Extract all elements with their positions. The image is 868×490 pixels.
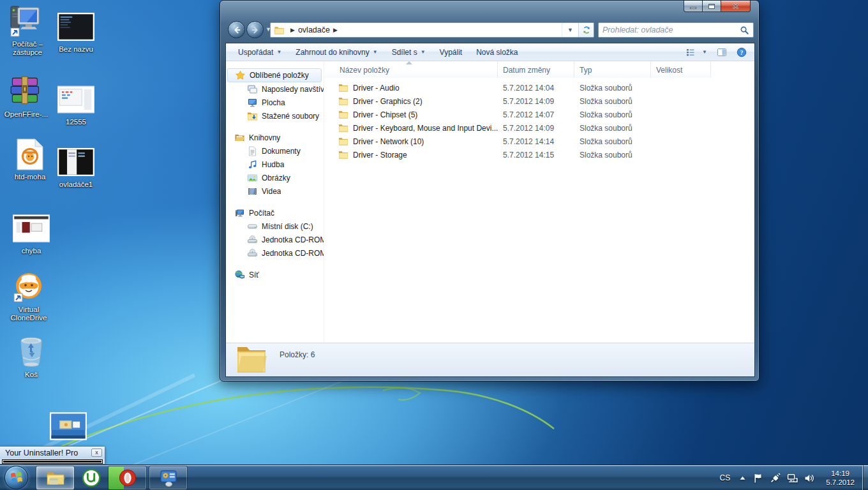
file-row-2[interactable]: Driver - Graphics (2)5.7.2012 14:09Složk… [324,94,754,108]
file-name: Driver - Audio [353,84,400,93]
help-button[interactable]: ? [735,45,748,60]
network-tray-icon[interactable] [787,473,798,484]
action-center-flag-icon[interactable] [752,473,763,484]
sidebar-group-2[interactable]: Knihovny [226,131,324,144]
volume-icon[interactable] [804,473,815,484]
sidebar-group-3[interactable]: Počítač [226,206,324,219]
notification-progress-bar [2,459,103,464]
desktop-icon-7[interactable]: chyba [9,212,54,255]
minimize-button[interactable] [684,1,703,12]
taskbar-button-windows-explorer[interactable] [36,466,75,490]
column-header-2[interactable]: Datum změny [498,62,574,78]
sidebar-item-3-2[interactable]: Jednotka CD-ROM ( [226,233,324,246]
breadcrumb-arrow-icon: ▶ [290,27,295,33]
taskbar-clock[interactable]: 14:19 5.7.2012 [818,469,862,487]
dropdown-caret-icon: ▼ [373,49,378,55]
sidebar-item-3-1[interactable]: Místní disk (C:) [226,219,324,233]
file-row-6[interactable]: Driver - Storage5.7.2012 14:15Složka sou… [324,148,754,161]
safely-remove-icon[interactable] [770,473,781,484]
notification-close-button[interactable]: x [91,449,102,457]
toolbar-item-3[interactable]: Sdílet s▼ [385,45,433,59]
sidebar-item-2-3[interactable]: Obrázky [226,171,324,184]
file-row-3[interactable]: Driver - Chipset (5)5.7.2012 14:07Složka… [324,108,754,121]
downloads-folder-icon [247,111,258,121]
desktop-icon-8[interactable]: Virtual CloneDrive [6,271,51,322]
search-input[interactable] [602,26,740,34]
preview-pane-button[interactable] [715,45,728,60]
sidebar-group-1[interactable]: Oblíbené položky [227,68,322,82]
desktop-icon-3[interactable]: OpenFFire-... [4,75,49,119]
sidebar-item-2-4[interactable]: Videa [226,184,324,198]
file-row-5[interactable]: Driver - Network (10)5.7.2012 14:14Složk… [324,135,754,148]
views-icon [685,47,696,57]
desktop-icon-4[interactable]: 12555 [54,83,98,126]
column-header-4[interactable]: Velikost [651,62,711,78]
maximize-button[interactable] [703,1,721,12]
document-logo-icon [11,138,49,171]
desktop-icon-label: 12555 [66,118,86,126]
address-bar[interactable]: ▶ ovladače ▶ ▼ [270,22,594,38]
sidebar-item-1-1[interactable]: Naposledy navštívené [226,82,324,96]
sidebar-group-label: Oblíbené položky [250,71,309,80]
toolbar-item-label: Vypálit [440,48,463,57]
hidden-icons-icon[interactable] [739,475,746,482]
file-type: Složka souborů [574,124,651,133]
star-icon [235,70,246,80]
desktop-icon-2[interactable]: Bez nazvu [54,10,98,54]
window-client-area: Uspořádat▼Zahrnout do knihovny▼Sdílet s▼… [225,43,755,377]
sidebar-item-label: Dokumenty [262,147,301,156]
sidebar-group-4[interactable]: Síť [226,268,324,281]
details-pane: Položky: 6 [226,343,754,376]
desktop-icon-label: chyba [22,247,41,255]
sidebar-item-1-3[interactable]: Stažené soubory [226,109,324,122]
search-box[interactable] [598,22,754,38]
desktop-icon-9[interactable]: Koš [9,336,54,379]
file-type: Složka souborů [574,137,651,146]
sidebar-item-1-2[interactable]: Plocha [226,96,324,109]
show-desktop-button[interactable] [862,465,868,490]
desktop-icon-6[interactable]: ovladáče1 [54,145,98,189]
selected-folder-icon [236,345,267,374]
file-date-modified: 5.7.2012 14:15 [498,151,574,160]
maximize-icon [708,4,715,9]
desktop-icon-label: ovladáče1 [59,181,93,189]
desktop-icon-label: Koš [25,371,38,379]
language-indicator[interactable]: CS [714,473,737,482]
file-name: Driver - Keyboard, Mouse and Input Devi.… [353,124,498,133]
breadcrumb[interactable]: ovladače [298,26,330,34]
file-row-4[interactable]: Driver - Keyboard, Mouse and Input Devi.… [324,121,754,135]
column-headers: Název položkyDatum změnyTypVelikost [324,62,754,78]
network-globe-icon [234,270,245,280]
toolbar-item-label: Uspořádat [238,48,273,57]
sidebar-item-2-2[interactable]: Hudba [226,158,324,171]
toolbar-item-4[interactable]: Vypálit [433,45,470,59]
file-date-modified: 5.7.2012 14:09 [498,97,574,106]
notification-title: Your Uninstaller! Pro [5,449,78,457]
toolbar-item-1[interactable]: Uspořádat▼ [231,45,288,59]
sidebar-item-3-3[interactable]: Jednotka CD-ROM ( [226,246,324,260]
desktop-icon-5[interactable]: htd-moha [8,138,52,181]
close-button[interactable] [721,1,751,12]
refresh-button[interactable] [578,23,594,37]
sidebar-item-2-1[interactable]: Dokumenty [226,144,324,158]
taskbar-button-utorrent[interactable] [77,466,106,490]
file-row-1[interactable]: Driver - Audio5.7.2012 14:04Složka soubo… [324,81,754,94]
address-history-arrow[interactable]: ▼ [562,23,578,37]
taskbar-button-opera[interactable] [108,466,147,490]
forward-button[interactable] [246,21,264,38]
toolbar-item-label: Sdílet s [392,48,417,57]
toolbar-item-2[interactable]: Zahrnout do knihovny▼ [288,45,384,59]
computer-icon [234,208,245,218]
column-header-3[interactable]: Typ [574,62,651,78]
cd-drive-icon [247,235,258,245]
toolbar-item-5[interactable]: Nová složka [469,45,525,59]
desktop-icon-1[interactable]: Počítač – zástupce [5,5,50,57]
change-view-button[interactable]: ▼ [684,45,708,60]
explorer-window: ▼ ▶ ovladače ▶ ▼ Uspořádat▼Zahrnout do k… [220,0,760,382]
folder-icon [338,137,348,146]
back-button[interactable] [228,21,245,38]
sort-ascending-icon[interactable] [406,61,412,64]
start-button[interactable] [4,466,28,489]
taskbar-button-system-panel[interactable] [149,466,188,490]
uninstaller-notification: Your Uninstaller! Pro x [0,446,105,464]
